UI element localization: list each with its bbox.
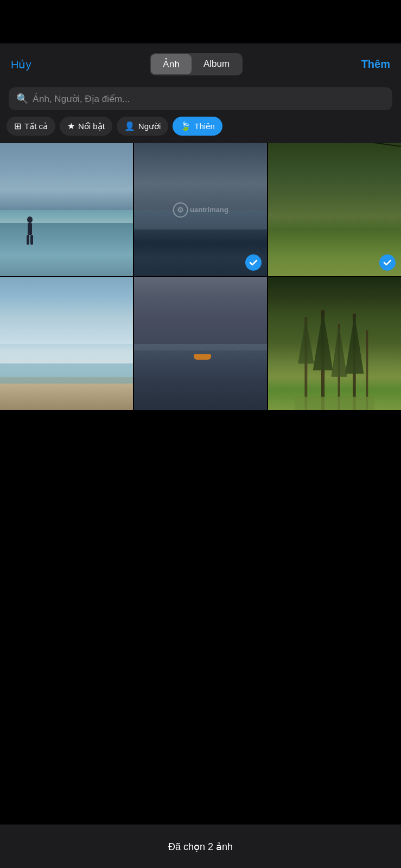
search-icon: 🔍 xyxy=(16,93,28,105)
photo-2-selected-badge xyxy=(245,254,262,271)
svg-marker-11 xyxy=(331,324,347,377)
cancel-button[interactable]: Hủy xyxy=(11,58,31,71)
photo-2[interactable]: ⚙ uantrimang xyxy=(134,143,267,276)
search-input[interactable]: Ảnh, Người, Địa điểm... xyxy=(33,93,130,105)
trees-svg xyxy=(268,304,401,410)
svg-rect-2 xyxy=(27,235,29,245)
filter-people[interactable]: 👤 Người xyxy=(117,117,169,136)
selection-status: Đã chọn 2 ảnh xyxy=(168,841,233,853)
segment-control: Ảnh Album xyxy=(150,53,243,75)
filter-featured[interactable]: ★ Nổi bật xyxy=(60,117,112,136)
boat-shape xyxy=(194,354,211,360)
svg-marker-10 xyxy=(313,310,333,370)
search-bar[interactable]: 🔍 Ảnh, Người, Địa điểm... xyxy=(9,87,392,110)
status-bar xyxy=(0,0,401,43)
svg-point-0 xyxy=(27,216,33,223)
photo-3-selected-badge xyxy=(379,254,396,271)
filter-nature[interactable]: 🍃 Thiên xyxy=(173,117,222,136)
photo-3[interactable] xyxy=(268,143,401,276)
search-bar-container: 🔍 Ảnh, Người, Địa điểm... xyxy=(0,83,401,117)
filter-row: ⊞ Tất cả ★ Nổi bật 👤 Người 🍃 Thiên xyxy=(0,117,401,143)
svg-rect-3 xyxy=(30,235,33,245)
add-button[interactable]: Thêm xyxy=(361,58,390,71)
segment-photo[interactable]: Ảnh xyxy=(151,54,192,74)
filter-all-label: Tất cả xyxy=(24,122,48,131)
leaf-icon: 🍃 xyxy=(180,121,191,131)
photo-6[interactable] xyxy=(268,277,401,410)
photo-1[interactable] xyxy=(0,143,133,276)
svg-rect-1 xyxy=(28,223,32,235)
header: Hủy Ảnh Album Thêm xyxy=(0,43,401,83)
grid-icon: ⊞ xyxy=(14,121,21,131)
filter-all[interactable]: ⊞ Tất cả xyxy=(7,117,55,136)
filter-featured-label: Nổi bật xyxy=(78,122,105,131)
segment-album[interactable]: Album xyxy=(192,54,241,74)
filter-nature-label: Thiên xyxy=(194,122,215,131)
person-silhouette xyxy=(24,216,36,246)
photo-5[interactable] xyxy=(134,277,267,410)
photo-4[interactable] xyxy=(0,277,133,410)
svg-rect-13 xyxy=(295,397,374,411)
person-icon: 👤 xyxy=(124,121,135,131)
check-icon xyxy=(249,258,258,267)
svg-marker-9 xyxy=(298,317,314,364)
photo-grid: ⚙ uantrimang xyxy=(0,143,401,410)
star-icon: ★ xyxy=(67,121,75,131)
check-icon xyxy=(383,258,392,267)
filter-people-label: Người xyxy=(138,122,161,131)
svg-marker-12 xyxy=(345,314,364,373)
bottom-bar: Đã chọn 2 ảnh xyxy=(0,825,401,868)
